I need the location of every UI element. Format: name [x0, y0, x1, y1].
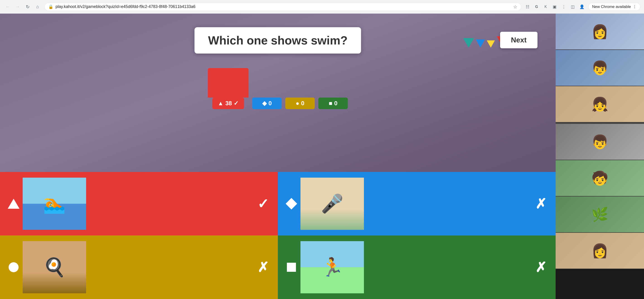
puzzle-icon[interactable]: ▣	[551, 3, 558, 11]
bunting-flag-blue	[476, 40, 485, 48]
video-face-1: 👩	[556, 14, 644, 50]
blue-answer-result: ✗	[535, 196, 546, 212]
run-image	[300, 241, 364, 293]
more-icon[interactable]: ⋮	[560, 3, 568, 11]
game-area: Which one shows swim? Next ▲ 38 ✓ ◆ 0	[0, 14, 556, 299]
swim-image	[23, 178, 86, 230]
score-bar-gold: ● 0	[285, 98, 315, 109]
video-thumbnail-5[interactable]: 🧒	[556, 160, 644, 196]
video-thumbnail-4[interactable]: 👦	[556, 124, 644, 160]
bookmark-icon[interactable]: ☆	[513, 4, 517, 10]
video-thumbnail-7[interactable]: 👩	[556, 233, 644, 269]
new-chrome-chevron: ⋮	[633, 4, 636, 9]
video-face-7: 👩	[556, 233, 644, 269]
url-text: play.kahoot.it/v2/gameblock?quizId=e45d6…	[56, 4, 511, 9]
answer-gold[interactable]: ✗	[0, 235, 278, 299]
score-bar-red: ▲ 38 ✓	[208, 68, 248, 109]
score-label-gold: ● 0	[285, 98, 315, 109]
square-answer-icon	[282, 258, 300, 276]
video-sidebar: 👩 👦 👧 👦 🧒 🌿 👩	[556, 14, 644, 299]
sing-image	[300, 178, 364, 230]
score-block-red	[208, 68, 248, 98]
reload-button[interactable]: ↻	[24, 3, 32, 11]
bunting-flag-yellow	[487, 40, 495, 48]
circle-answer-icon	[4, 258, 23, 276]
profile-icon[interactable]: 👤	[578, 3, 586, 11]
circle-shape	[8, 262, 18, 272]
green-answer-result: ✗	[535, 259, 546, 275]
lock-icon: 🔒	[48, 4, 53, 9]
score-bars: ▲ 38 ✓ ◆ 0 ● 0	[208, 68, 348, 109]
circle-score-icon: ●	[296, 100, 299, 107]
red-count: 38	[225, 100, 232, 107]
video-face-5: 🧒	[556, 160, 644, 196]
answers-grid: ✓ ✗ ✗	[0, 172, 556, 299]
score-label-red: ▲ 38 ✓	[212, 98, 244, 109]
next-button[interactable]: Next	[500, 32, 538, 48]
new-chrome-label: New Chrome available	[592, 5, 631, 9]
video-face-4: 👦	[556, 124, 644, 160]
video-thumbnail-2[interactable]: 👦	[556, 50, 644, 86]
cook-image	[23, 241, 86, 293]
square-score-icon: ■	[329, 100, 332, 107]
video-thumbnail-6[interactable]: 🌿	[556, 196, 644, 233]
video-thumbnail-1[interactable]: 👩	[556, 14, 644, 50]
triangle-score-icon: ▲	[218, 100, 224, 107]
red-checkmark: ✓	[234, 100, 238, 107]
diamond-score-icon: ◆	[262, 100, 267, 107]
diamond-shape	[286, 198, 297, 210]
browser-chrome: ← → ↻ ⌂ 🔒 play.kahoot.it/v2/gameblock?qu…	[0, 0, 644, 14]
back-button[interactable]: ←	[4, 3, 12, 11]
forward-button[interactable]: →	[14, 3, 22, 11]
new-chrome-button[interactable]: New Chrome available ⋮	[588, 3, 640, 11]
diamond-answer-icon	[282, 195, 300, 213]
extensions-icon[interactable]: ☷	[524, 3, 531, 11]
score-bar-blue: ◆ 0	[252, 98, 282, 109]
grammarly-icon[interactable]: G	[533, 3, 540, 11]
answer-red[interactable]: ✓	[0, 172, 278, 235]
video-face-2: 👦	[556, 50, 644, 86]
question-box: Which one shows swim?	[194, 27, 361, 54]
gold-count: 0	[301, 100, 304, 107]
red-answer-result: ✓	[258, 196, 269, 212]
bunting-flag-teal	[463, 38, 474, 48]
tab-icon[interactable]: ◫	[569, 3, 576, 11]
answer-green[interactable]: ✗	[278, 235, 556, 299]
answer-blue[interactable]: ✗	[278, 172, 556, 235]
gold-answer-result: ✗	[258, 259, 269, 275]
score-bar-green: ■ 0	[318, 98, 348, 109]
address-bar[interactable]: 🔒 play.kahoot.it/v2/gameblock?quizId=e45…	[44, 3, 521, 11]
video-face-3: 👧	[556, 86, 644, 122]
nav-buttons: ← → ↻ ⌂	[4, 3, 42, 11]
video-face-6: 🌿	[556, 196, 644, 232]
square-shape	[287, 263, 296, 272]
kahoot-ext-icon[interactable]: K	[542, 3, 549, 11]
main-layout: Which one shows swim? Next ▲ 38 ✓ ◆ 0	[0, 14, 644, 299]
video-thumbnail-3[interactable]: 👧	[556, 86, 644, 123]
browser-icons: ☷ G K ▣ ⋮ ◫ 👤	[524, 3, 586, 11]
blue-count: 0	[268, 100, 272, 107]
triangle-answer-icon	[4, 195, 23, 213]
home-button[interactable]: ⌂	[34, 3, 42, 11]
green-count: 0	[334, 100, 338, 107]
score-label-green: ■ 0	[318, 98, 348, 109]
question-text: Which one shows swim?	[208, 34, 348, 47]
triangle-shape	[8, 199, 20, 209]
score-label-blue: ◆ 0	[252, 98, 282, 109]
